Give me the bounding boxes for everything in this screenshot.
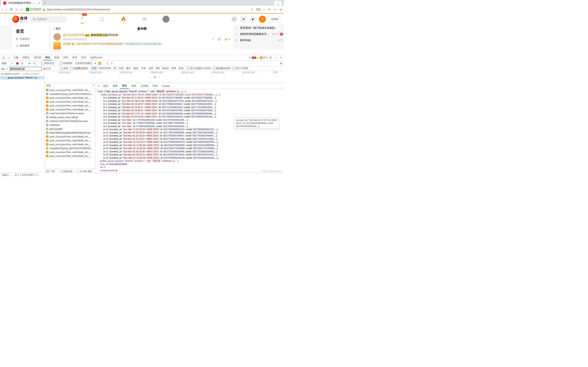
record-button[interactable] bbox=[16, 62, 18, 65]
request-row[interactable]: 0034c2ttly8h8vg8d8h2ij6046046q2t02.jp... bbox=[44, 131, 95, 135]
devtools-tab[interactable]: 安全 bbox=[79, 55, 88, 60]
request-row[interactable]: cards?id=O7pPo1Ptb&from=detail bbox=[44, 111, 95, 115]
devtools-tab[interactable]: 内存 bbox=[61, 55, 70, 60]
close-icon[interactable]: × bbox=[93, 84, 94, 87]
menu-icon[interactable]: ≡ bbox=[280, 8, 282, 11]
nav-hot[interactable]: 🔥 bbox=[121, 17, 126, 22]
filter-category[interactable]: 媒体 bbox=[132, 67, 140, 70]
request-row[interactable]: push_count.json?trim_null=1&with_dm_... bbox=[44, 104, 95, 108]
chat-button[interactable]: 💬 bbox=[231, 16, 238, 23]
detail-tab[interactable]: 启动器 bbox=[139, 83, 150, 89]
sidebar-item-all[interactable]: ☰全部关注 bbox=[12, 36, 49, 42]
request-row[interactable]: push_count.json?trim_null=1&with_dm_... bbox=[44, 139, 95, 142]
wifi-icon[interactable]: 📶 bbox=[98, 62, 101, 65]
gear-icon[interactable]: ⚙ bbox=[268, 56, 273, 59]
nav-message[interactable]: ✉ bbox=[143, 17, 146, 22]
avatar[interactable] bbox=[53, 33, 61, 41]
upload-icon[interactable]: ↥ bbox=[106, 62, 108, 65]
request-row[interactable]: push_count.json?trim_null=1&with_dm_... bbox=[44, 108, 95, 111]
detail-tab[interactable]: Cookie bbox=[160, 83, 172, 89]
theme-icon[interactable]: ◐ bbox=[250, 16, 256, 23]
bookmark-icon[interactable]: ☆ bbox=[251, 8, 253, 11]
clear-icon[interactable]: ⊘ bbox=[21, 62, 23, 65]
weibo-logo[interactable]: 微博weibo.com bbox=[12, 16, 28, 23]
close-icon[interactable]: × bbox=[38, 1, 40, 5]
filter-category[interactable]: 图片 bbox=[125, 67, 132, 70]
search-field[interactable] bbox=[9, 67, 42, 71]
new-tab-button[interactable]: + bbox=[42, 0, 48, 6]
preserve-log-checkbox[interactable]: 保留日志 bbox=[41, 62, 54, 65]
hot-item[interactable]: 8杨洋站姐67万 bbox=[235, 37, 284, 43]
scissors-icon[interactable]: ✄ bbox=[268, 8, 271, 11]
case-toggle[interactable]: Aa bbox=[1, 67, 4, 70]
username[interactable]: 麦当当在逃香芋派 bbox=[63, 33, 84, 36]
request-row[interactable]: default_avatar_male_180.gif bbox=[44, 115, 95, 119]
detail-tab[interactable]: 标头 bbox=[101, 83, 110, 89]
a11y-button[interactable]: 无障碍 bbox=[268, 16, 281, 22]
devtools-tab[interactable]: 源代码 bbox=[32, 55, 43, 60]
detail-tab[interactable]: 载荷 bbox=[111, 83, 120, 89]
throttle-select[interactable]: 已停用节流模式 bbox=[75, 62, 92, 65]
filter-icon[interactable]: ▼ bbox=[28, 62, 31, 65]
back-icon[interactable]: ‹ bbox=[2, 8, 3, 11]
forward-icon[interactable]: › bbox=[6, 8, 7, 11]
disable-cache-checkbox[interactable]: 停用缓存 bbox=[60, 62, 72, 65]
filter-category[interactable]: JS bbox=[112, 67, 118, 70]
chevron-down-icon[interactable]: ▾ bbox=[95, 62, 96, 65]
download-icon[interactable]: ↧ bbox=[111, 62, 113, 65]
hot-item[interactable]: 7妈妈澄清欧阳娣娣名字...90.1万新 bbox=[235, 31, 284, 37]
hide-data-checkbox[interactable]: 隐藏数据网址 bbox=[70, 67, 88, 70]
request-row[interactable]: push_count.json?trim_null=1&with_dm_... bbox=[44, 88, 95, 92]
devtools-tab[interactable]: 元素 bbox=[11, 55, 20, 60]
url-field[interactable]: 证 新浪微博 🔒 https://weibo.com/2810373291/O7… bbox=[26, 8, 247, 11]
search-result-file[interactable]: ▾buildComments— weibo.com/ajax/ bbox=[0, 72, 44, 76]
filter-category[interactable]: 文档 bbox=[147, 67, 154, 70]
gear-icon[interactable]: ⚙ bbox=[280, 62, 282, 65]
blocked-req-checkbox[interactable]: 被屏蔽的请求 bbox=[213, 67, 231, 70]
error-count[interactable]: ⊘29 bbox=[249, 56, 256, 59]
request-row[interactable]: push_count.json?trim_null=1&with_dm_... bbox=[44, 142, 95, 146]
comment-icon[interactable]: 💬 bbox=[218, 38, 221, 41]
browser-tab[interactable]: 【#桂海潮说在中国空... - @新 × bbox=[1, 0, 42, 6]
topic-link[interactable]: :#桂海潮说在中国空间站吃酸角糕很自豪# bbox=[75, 42, 125, 45]
device-icon[interactable]: ▭ bbox=[6, 56, 11, 59]
filter-category[interactable]: 全部 bbox=[90, 67, 98, 70]
warn-count[interactable]: ▲1 bbox=[257, 57, 263, 59]
share-icon[interactable]: ⇱ bbox=[212, 38, 214, 41]
preview-panel[interactable]: ▼{ok: 1, filter_group: [{param: "flow=0"… bbox=[95, 89, 284, 177]
request-row[interactable]: unreadHint?group_ids=47541751809314... bbox=[44, 92, 95, 96]
home-icon[interactable]: ⌂ bbox=[16, 8, 17, 11]
request-row[interactable]: getCopyright bbox=[44, 127, 95, 131]
more-icon[interactable]: ⋮ bbox=[273, 56, 278, 59]
filter-category[interactable]: 字体 bbox=[140, 67, 147, 70]
search-input[interactable]: 🔍 搜索微博 bbox=[30, 16, 67, 22]
detail-tab[interactable]: 预览 bbox=[120, 83, 129, 89]
devtools-tab[interactable]: Lighthouse bbox=[88, 55, 104, 60]
gear-icon[interactable]: ⚙ bbox=[240, 16, 247, 23]
sidebar-item-latest[interactable]: ◷最新微博 bbox=[12, 42, 49, 49]
devtools-tab[interactable]: 性能 bbox=[52, 55, 61, 60]
filter-category[interactable]: Fetch/XHR bbox=[98, 67, 112, 70]
filter-category[interactable]: 清单 bbox=[170, 67, 177, 70]
detail-tab[interactable]: 时间 bbox=[151, 83, 160, 89]
request-row[interactable]: push_count.json?trim_null=1&with_dm_... bbox=[44, 100, 95, 104]
devtools-tab[interactable]: 网络 bbox=[43, 55, 52, 60]
invert-checkbox[interactable]: 反转 bbox=[60, 67, 68, 70]
request-row[interactable]: push_count.json?trim_null=1&with_dm_... bbox=[44, 154, 95, 158]
nav-home[interactable]: ⌂NEW bbox=[81, 15, 84, 24]
filter-category[interactable]: CSS bbox=[118, 67, 125, 70]
filter-input[interactable] bbox=[46, 67, 58, 70]
close-icon[interactable]: × bbox=[96, 84, 101, 88]
request-row[interactable]: push_count.json?trim_null=1&with_dm_... bbox=[44, 96, 95, 100]
compose-button[interactable]: ✎ bbox=[259, 16, 266, 23]
search-result-line[interactable]: 1..._group":[{"param":"flow=0","sc... bbox=[0, 76, 44, 79]
source-link[interactable]: 京视频 bbox=[63, 42, 71, 45]
nav-video[interactable]: ▢ bbox=[100, 17, 104, 22]
close-icon[interactable]: × bbox=[279, 56, 283, 59]
search-icon[interactable]: 🔍 bbox=[33, 62, 36, 65]
filter-category[interactable]: Wasm bbox=[161, 67, 170, 70]
devtools-tab[interactable]: 控制台 bbox=[20, 55, 32, 60]
blocked-cookie-checkbox[interactable]: 有已拦截的 Cookie bbox=[187, 67, 211, 70]
hot-item[interactable]: •重庆辟谣一储户取钱出来被抢... bbox=[235, 25, 284, 31]
topic-link[interactable]: #桂海潮分享太空出差的有趣经历# bbox=[125, 42, 162, 45]
